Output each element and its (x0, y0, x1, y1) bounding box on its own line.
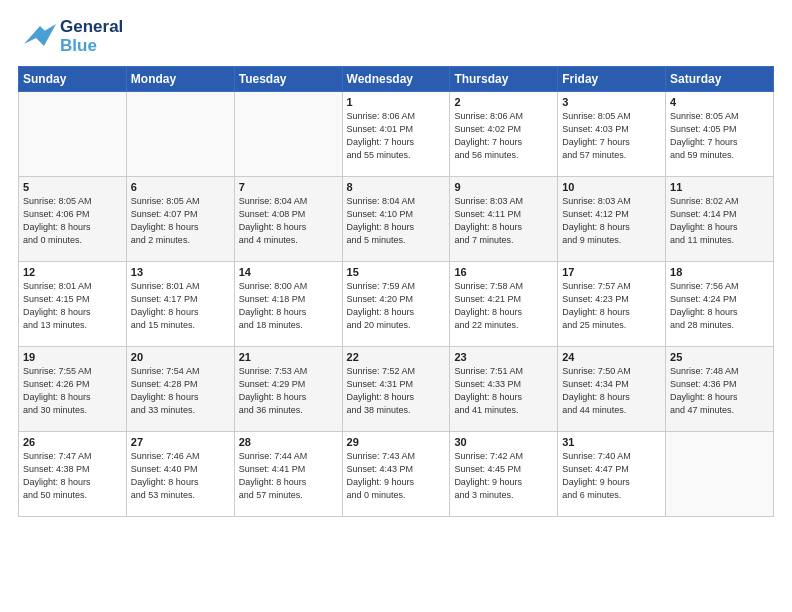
day-number: 12 (23, 266, 122, 278)
logo-line2: Blue (60, 37, 123, 56)
day-number: 23 (454, 351, 553, 363)
day-number: 6 (131, 181, 230, 193)
day-info: Sunrise: 8:05 AM Sunset: 4:05 PM Dayligh… (670, 110, 769, 162)
day-number: 9 (454, 181, 553, 193)
day-cell: 5Sunrise: 8:05 AM Sunset: 4:06 PM Daylig… (19, 177, 127, 262)
day-number: 17 (562, 266, 661, 278)
day-cell: 7Sunrise: 8:04 AM Sunset: 4:08 PM Daylig… (234, 177, 342, 262)
day-cell: 21Sunrise: 7:53 AM Sunset: 4:29 PM Dayli… (234, 347, 342, 432)
day-cell: 1Sunrise: 8:06 AM Sunset: 4:01 PM Daylig… (342, 92, 450, 177)
day-cell: 2Sunrise: 8:06 AM Sunset: 4:02 PM Daylig… (450, 92, 558, 177)
day-number: 21 (239, 351, 338, 363)
day-cell: 3Sunrise: 8:05 AM Sunset: 4:03 PM Daylig… (558, 92, 666, 177)
day-cell: 13Sunrise: 8:01 AM Sunset: 4:17 PM Dayli… (126, 262, 234, 347)
day-info: Sunrise: 7:57 AM Sunset: 4:23 PM Dayligh… (562, 280, 661, 332)
day-number: 10 (562, 181, 661, 193)
day-cell: 19Sunrise: 7:55 AM Sunset: 4:26 PM Dayli… (19, 347, 127, 432)
day-cell: 24Sunrise: 7:50 AM Sunset: 4:34 PM Dayli… (558, 347, 666, 432)
day-cell: 31Sunrise: 7:40 AM Sunset: 4:47 PM Dayli… (558, 432, 666, 517)
day-info: Sunrise: 7:56 AM Sunset: 4:24 PM Dayligh… (670, 280, 769, 332)
logo: General Blue (18, 16, 123, 58)
day-number: 14 (239, 266, 338, 278)
weekday-header-row: SundayMondayTuesdayWednesdayThursdayFrid… (19, 67, 774, 92)
weekday-header-wednesday: Wednesday (342, 67, 450, 92)
day-info: Sunrise: 8:04 AM Sunset: 4:08 PM Dayligh… (239, 195, 338, 247)
day-cell (19, 92, 127, 177)
day-info: Sunrise: 7:46 AM Sunset: 4:40 PM Dayligh… (131, 450, 230, 502)
logo-line1: General (60, 18, 123, 37)
week-row-1: 1Sunrise: 8:06 AM Sunset: 4:01 PM Daylig… (19, 92, 774, 177)
day-number: 27 (131, 436, 230, 448)
day-cell: 9Sunrise: 8:03 AM Sunset: 4:11 PM Daylig… (450, 177, 558, 262)
day-cell: 20Sunrise: 7:54 AM Sunset: 4:28 PM Dayli… (126, 347, 234, 432)
day-number: 31 (562, 436, 661, 448)
day-number: 7 (239, 181, 338, 193)
weekday-header-monday: Monday (126, 67, 234, 92)
day-cell: 6Sunrise: 8:05 AM Sunset: 4:07 PM Daylig… (126, 177, 234, 262)
day-info: Sunrise: 7:42 AM Sunset: 4:45 PM Dayligh… (454, 450, 553, 502)
day-info: Sunrise: 7:51 AM Sunset: 4:33 PM Dayligh… (454, 365, 553, 417)
day-number: 13 (131, 266, 230, 278)
day-number: 29 (347, 436, 446, 448)
day-info: Sunrise: 8:00 AM Sunset: 4:18 PM Dayligh… (239, 280, 338, 332)
logo-icon (18, 16, 56, 58)
day-number: 8 (347, 181, 446, 193)
day-number: 19 (23, 351, 122, 363)
day-info: Sunrise: 7:55 AM Sunset: 4:26 PM Dayligh… (23, 365, 122, 417)
weekday-header-thursday: Thursday (450, 67, 558, 92)
day-info: Sunrise: 7:59 AM Sunset: 4:20 PM Dayligh… (347, 280, 446, 332)
day-number: 16 (454, 266, 553, 278)
day-number: 18 (670, 266, 769, 278)
day-info: Sunrise: 7:43 AM Sunset: 4:43 PM Dayligh… (347, 450, 446, 502)
day-info: Sunrise: 8:06 AM Sunset: 4:01 PM Dayligh… (347, 110, 446, 162)
day-number: 20 (131, 351, 230, 363)
day-info: Sunrise: 8:05 AM Sunset: 4:06 PM Dayligh… (23, 195, 122, 247)
day-number: 30 (454, 436, 553, 448)
day-number: 4 (670, 96, 769, 108)
day-cell: 30Sunrise: 7:42 AM Sunset: 4:45 PM Dayli… (450, 432, 558, 517)
weekday-header-saturday: Saturday (666, 67, 774, 92)
day-cell: 15Sunrise: 7:59 AM Sunset: 4:20 PM Dayli… (342, 262, 450, 347)
day-info: Sunrise: 7:44 AM Sunset: 4:41 PM Dayligh… (239, 450, 338, 502)
day-info: Sunrise: 7:52 AM Sunset: 4:31 PM Dayligh… (347, 365, 446, 417)
day-cell: 27Sunrise: 7:46 AM Sunset: 4:40 PM Dayli… (126, 432, 234, 517)
day-cell: 25Sunrise: 7:48 AM Sunset: 4:36 PM Dayli… (666, 347, 774, 432)
week-row-4: 19Sunrise: 7:55 AM Sunset: 4:26 PM Dayli… (19, 347, 774, 432)
svg-marker-0 (24, 24, 56, 46)
day-number: 25 (670, 351, 769, 363)
header: General Blue (18, 16, 774, 58)
day-info: Sunrise: 8:05 AM Sunset: 4:07 PM Dayligh… (131, 195, 230, 247)
page: General Blue SundayMondayTuesdayWednesda… (0, 0, 792, 612)
week-row-5: 26Sunrise: 7:47 AM Sunset: 4:38 PM Dayli… (19, 432, 774, 517)
day-info: Sunrise: 8:03 AM Sunset: 4:11 PM Dayligh… (454, 195, 553, 247)
day-info: Sunrise: 8:04 AM Sunset: 4:10 PM Dayligh… (347, 195, 446, 247)
day-cell: 26Sunrise: 7:47 AM Sunset: 4:38 PM Dayli… (19, 432, 127, 517)
day-info: Sunrise: 7:54 AM Sunset: 4:28 PM Dayligh… (131, 365, 230, 417)
day-cell: 22Sunrise: 7:52 AM Sunset: 4:31 PM Dayli… (342, 347, 450, 432)
day-number: 5 (23, 181, 122, 193)
week-row-3: 12Sunrise: 8:01 AM Sunset: 4:15 PM Dayli… (19, 262, 774, 347)
day-info: Sunrise: 8:01 AM Sunset: 4:15 PM Dayligh… (23, 280, 122, 332)
day-info: Sunrise: 8:06 AM Sunset: 4:02 PM Dayligh… (454, 110, 553, 162)
day-info: Sunrise: 8:03 AM Sunset: 4:12 PM Dayligh… (562, 195, 661, 247)
day-cell: 29Sunrise: 7:43 AM Sunset: 4:43 PM Dayli… (342, 432, 450, 517)
day-cell: 10Sunrise: 8:03 AM Sunset: 4:12 PM Dayli… (558, 177, 666, 262)
day-cell: 23Sunrise: 7:51 AM Sunset: 4:33 PM Dayli… (450, 347, 558, 432)
day-cell: 8Sunrise: 8:04 AM Sunset: 4:10 PM Daylig… (342, 177, 450, 262)
day-cell: 14Sunrise: 8:00 AM Sunset: 4:18 PM Dayli… (234, 262, 342, 347)
day-number: 1 (347, 96, 446, 108)
weekday-header-sunday: Sunday (19, 67, 127, 92)
day-number: 22 (347, 351, 446, 363)
day-number: 28 (239, 436, 338, 448)
day-cell: 12Sunrise: 8:01 AM Sunset: 4:15 PM Dayli… (19, 262, 127, 347)
day-info: Sunrise: 7:40 AM Sunset: 4:47 PM Dayligh… (562, 450, 661, 502)
day-cell: 4Sunrise: 8:05 AM Sunset: 4:05 PM Daylig… (666, 92, 774, 177)
day-number: 11 (670, 181, 769, 193)
weekday-header-friday: Friday (558, 67, 666, 92)
day-info: Sunrise: 7:53 AM Sunset: 4:29 PM Dayligh… (239, 365, 338, 417)
day-info: Sunrise: 7:48 AM Sunset: 4:36 PM Dayligh… (670, 365, 769, 417)
day-info: Sunrise: 8:02 AM Sunset: 4:14 PM Dayligh… (670, 195, 769, 247)
day-cell: 17Sunrise: 7:57 AM Sunset: 4:23 PM Dayli… (558, 262, 666, 347)
day-cell (126, 92, 234, 177)
day-cell (666, 432, 774, 517)
